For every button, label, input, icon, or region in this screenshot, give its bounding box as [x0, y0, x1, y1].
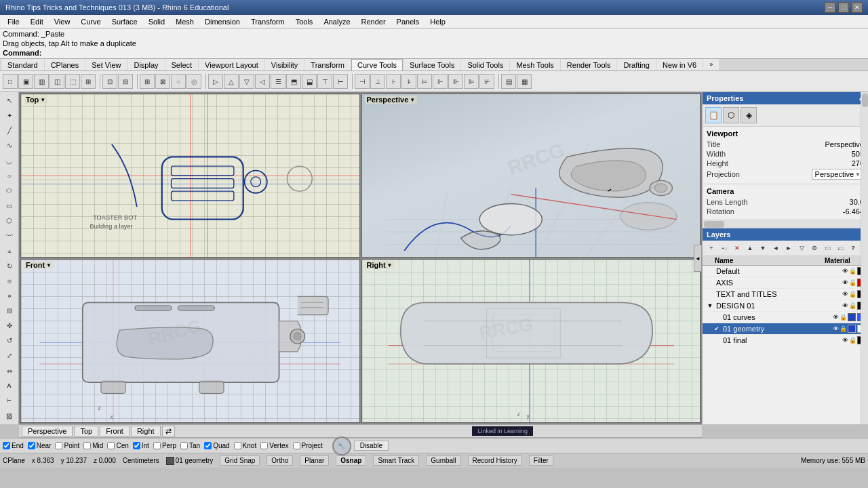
snap-end[interactable]: End	[3, 442, 24, 449]
layer-row-text[interactable]: TEXT and TITLES 👁 🔒	[703, 289, 868, 300]
gumball-btn[interactable]: Gumball	[426, 455, 460, 466]
lt-extrude-icon[interactable]: ⟁	[2, 243, 17, 258]
layer-check-01final[interactable]	[712, 336, 722, 345]
tb-icon-13[interactable]: ▷	[208, 74, 223, 89]
minimize-button[interactable]: ─	[825, 2, 835, 13]
props-scrollbar[interactable]	[703, 220, 868, 228]
tb-icon-18[interactable]: ⬒	[286, 74, 301, 89]
layer-check-01geometry[interactable]: ✔	[712, 324, 722, 333]
panel-collapse-button[interactable]: ◄	[694, 245, 702, 272]
tb-icon-28[interactable]: ⊪	[448, 74, 463, 89]
snap-int[interactable]: Int	[133, 442, 149, 449]
layer-check-design01[interactable]: ▼	[705, 301, 715, 310]
layer-row-design01[interactable]: ▼ DESIGN 01 👁 🔒	[703, 300, 868, 312]
layers-import-icon[interactable]: ↑□	[821, 242, 833, 254]
layer-row-01final[interactable]: 01 final 👁 🔒	[703, 335, 868, 346]
layers-delete-icon[interactable]: ✕	[731, 242, 743, 254]
viewport-right-label[interactable]: Right ▼	[365, 261, 395, 269]
layers-export-icon[interactable]: ↓□	[834, 242, 846, 254]
lt-revolve-icon[interactable]: ↻	[2, 259, 17, 273]
layers-left-icon[interactable]: ◄	[770, 242, 782, 254]
tab-visibility[interactable]: Visibility	[265, 59, 304, 70]
osnap-indicator[interactable]: 🔧	[332, 436, 351, 455]
menu-edit[interactable]: Edit	[26, 16, 48, 28]
tb-icon-22[interactable]: ⊣	[355, 74, 370, 89]
lt-ellipse-icon[interactable]: ⬭	[2, 184, 17, 198]
viewport-front-label[interactable]: Front ▼	[24, 261, 54, 269]
lt-rect-icon[interactable]: ▭	[2, 199, 17, 213]
lt-rotate-icon[interactable]: ↺	[2, 333, 17, 348]
vp-nav-perspective[interactable]: Perspective	[22, 426, 73, 436]
tb-icon-17[interactable]: ☰	[271, 74, 285, 89]
snap-end-checkbox[interactable]	[3, 442, 10, 449]
tab-setview[interactable]: Set View	[85, 59, 127, 70]
ortho-btn[interactable]: Ortho	[267, 455, 293, 466]
tb-icon-6[interactable]: ⊞	[81, 74, 96, 89]
viewport-top[interactable]: TOASTER BOT Building a layer Top ▼	[20, 94, 360, 258]
viewport-perspective-label[interactable]: Perspective ▼	[365, 96, 418, 104]
tab-transform[interactable]: Transform	[304, 59, 351, 70]
layers-up-icon[interactable]: ▲	[744, 242, 756, 254]
vp-nav-sync[interactable]: ⇄	[162, 426, 175, 437]
tb-icon-4[interactable]: ◫	[50, 74, 64, 89]
lt-hatch-icon[interactable]: ▨	[2, 409, 17, 423]
tab-overflow[interactable]: »	[703, 59, 719, 70]
layer-lock-default[interactable]: 🔒	[849, 268, 856, 274]
tb-icon-14[interactable]: △	[224, 74, 239, 89]
vp-nav-front[interactable]: Front	[100, 426, 130, 436]
lt-move-icon[interactable]: ✜	[2, 319, 17, 333]
tb-icon-30[interactable]: ⊬	[479, 74, 494, 89]
layer-visible-01geometry[interactable]: 👁	[833, 325, 839, 332]
planar-btn[interactable]: Planar	[300, 455, 329, 466]
layers-help-icon[interactable]: ?	[847, 242, 859, 254]
layer-visible-axis[interactable]: 👁	[842, 279, 848, 286]
tb-icon-23[interactable]: ⊥	[370, 74, 385, 89]
layers-newchild-icon[interactable]: +↓	[718, 242, 730, 254]
viewport-right[interactable]: z y RRCG Right ▼	[361, 259, 701, 423]
osnap-btn[interactable]: Osnap	[336, 455, 366, 466]
layer-row-01geometry[interactable]: ✔ 01 geometry 👁 🔒	[703, 323, 868, 335]
tb-icon-27[interactable]: ⊩	[433, 74, 448, 89]
layers-right-icon[interactable]: ►	[783, 242, 795, 254]
lt-curve-icon[interactable]: ∿	[2, 138, 17, 152]
layer-visible-01curves[interactable]: 👁	[833, 314, 839, 321]
snap-mid-checkbox[interactable]	[83, 442, 91, 449]
restore-button[interactable]: □	[838, 2, 849, 13]
lt-text-icon[interactable]: A	[2, 379, 17, 393]
tb-icon-24[interactable]: ⊦	[386, 74, 401, 89]
tb-icon-29[interactable]: ⊫	[464, 74, 479, 89]
menu-mesh[interactable]: Mesh	[171, 16, 199, 28]
snap-vertex[interactable]: Vertex	[260, 442, 288, 449]
snap-quad[interactable]: Quad	[204, 442, 229, 449]
tb-icon-5[interactable]: ⬚	[65, 74, 80, 89]
viewport-perspective[interactable]: RRCG Perspective ▼	[361, 94, 701, 258]
snap-near[interactable]: Near	[28, 442, 52, 449]
layer-row-01curves[interactable]: 01 curves 👁 🔒	[703, 312, 868, 323]
snap-mid[interactable]: Mid	[83, 442, 103, 449]
layer-check-axis[interactable]	[705, 278, 715, 287]
snap-project-checkbox[interactable]	[293, 442, 300, 449]
menu-analyze[interactable]: Analyze	[319, 16, 355, 28]
layers-settings-icon[interactable]: ⚙	[808, 242, 821, 254]
menu-view[interactable]: View	[50, 16, 75, 28]
layer-lock-text[interactable]: 🔒	[849, 291, 856, 298]
props-material-icon[interactable]: ◈	[741, 107, 757, 123]
tb-icon-25[interactable]: ⊧	[401, 74, 416, 89]
lt-mirror-icon[interactable]: ⇔	[2, 364, 17, 378]
grid-snap-btn[interactable]: Grid Snap	[220, 455, 260, 466]
layer-row-default[interactable]: Default 👁 🔒	[703, 266, 868, 277]
lt-sweep-icon[interactable]: ⌾	[2, 274, 17, 288]
disable-button[interactable]: Disable	[354, 441, 389, 451]
snap-tan-checkbox[interactable]	[180, 442, 188, 449]
vp-nav-right[interactable]: Right	[131, 426, 161, 436]
snap-perp[interactable]: Perp	[153, 442, 176, 449]
lt-arc-icon[interactable]: ◡	[2, 154, 17, 168]
layer-check-default[interactable]	[705, 266, 715, 276]
layer-check-01curves[interactable]	[712, 312, 722, 322]
tab-viewport-layout[interactable]: Viewport Layout	[199, 59, 264, 70]
snap-quad-checkbox[interactable]	[204, 442, 212, 449]
layers-new-icon[interactable]: +	[705, 242, 717, 254]
menu-panels[interactable]: Panels	[392, 16, 425, 28]
tb-icon-31[interactable]: ▤	[501, 74, 516, 89]
tab-surface-tools[interactable]: Surface Tools	[403, 59, 460, 70]
